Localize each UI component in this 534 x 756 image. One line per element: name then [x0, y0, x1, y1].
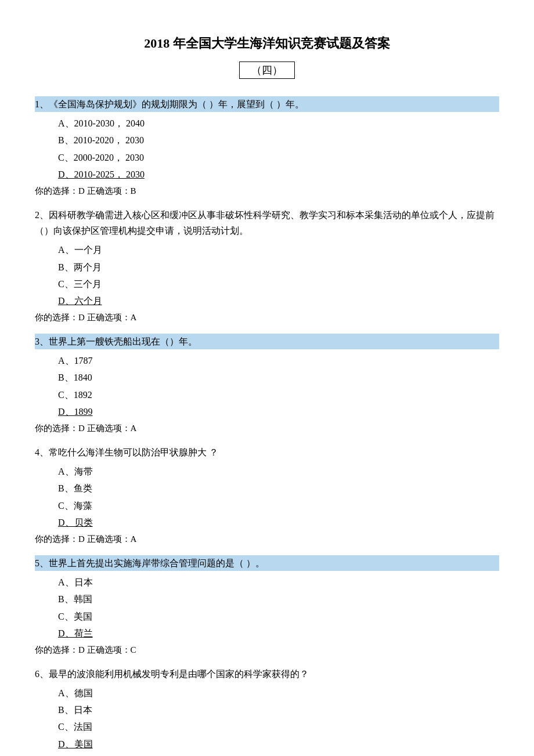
option-4-d[interactable]: D、贝类: [58, 515, 499, 530]
option-5-c[interactable]: C、美国: [58, 609, 499, 624]
option-1-c[interactable]: C、2000-2020， 2030: [58, 150, 499, 165]
option-2-a[interactable]: A、一个月: [58, 242, 499, 258]
page-title: 2018 年全国大学生海洋知识竞赛试题及答案: [35, 35, 499, 52]
option-2-c[interactable]: C、三个月: [58, 276, 499, 292]
answer-line-1: 你的选择：D 正确选项：B: [35, 186, 499, 197]
question-block-2: 2、因科研教学确需进入核心区和缓冲区从事非破坏性科学研究、教学实习和标本采集活动…: [35, 207, 499, 323]
answer-line-4: 你的选择：D 正确选项：A: [35, 534, 499, 545]
question-text-5: 5、世界上首先提出实施海岸带综合管理问题的是（ ）。: [35, 555, 499, 571]
option-6-c[interactable]: C、法国: [58, 719, 499, 735]
option-6-d[interactable]: D、美国: [58, 736, 499, 752]
option-3-c[interactable]: C、1892: [58, 387, 499, 403]
option-3-d[interactable]: D、1899: [58, 404, 499, 419]
answer-line-2: 你的选择：D 正确选项：A: [35, 312, 499, 323]
answer-line-3: 你的选择：D 正确选项：A: [35, 423, 499, 434]
question-block-3: 3、世界上第一艘铁壳船出现在（）年。A、1787B、1840C、1892D、18…: [35, 334, 499, 434]
question-text-4: 4、常吃什么海洋生物可以防治甲状腺肿大 ？: [35, 444, 499, 460]
option-4-a[interactable]: A、海带: [58, 464, 499, 479]
question-block-4: 4、常吃什么海洋生物可以防治甲状腺肿大 ？A、海带B、鱼类C、海藻D、贝类你的选…: [35, 444, 499, 545]
question-text-6: 6、最早的波浪能利用机械发明专利是由哪个国家的科学家获得的？: [35, 666, 499, 682]
question-block-6: 6、最早的波浪能利用机械发明专利是由哪个国家的科学家获得的？A、德国B、日本C、…: [35, 666, 499, 756]
option-1-b[interactable]: B、2010-2020， 2030: [58, 132, 499, 148]
option-6-b[interactable]: B、日本: [58, 702, 499, 718]
option-1-d[interactable]: D、2010-2025， 2030: [58, 167, 499, 182]
option-5-d[interactable]: D、荷兰: [58, 625, 499, 641]
option-6-a[interactable]: A、德国: [58, 685, 499, 701]
option-2-b[interactable]: B、两个月: [58, 259, 499, 275]
option-3-b[interactable]: B、1840: [58, 370, 499, 385]
answer-line-5: 你的选择：D 正确选项：C: [35, 645, 499, 656]
question-text-1: 1、《全国海岛保护规划》的规划期限为（ ）年，展望到（ ）年。: [35, 96, 499, 112]
question-text-2: 2、因科研教学确需进入核心区和缓冲区从事非破坏性科学研究、教学实习和标本采集活动…: [35, 207, 499, 238]
page-subtitle: （四）: [239, 62, 295, 79]
option-5-a[interactable]: A、日本: [58, 574, 499, 590]
option-2-d[interactable]: D、六个月: [58, 293, 499, 309]
option-3-a[interactable]: A、1787: [58, 353, 499, 368]
question-block-1: 1、《全国海岛保护规划》的规划期限为（ ）年，展望到（ ）年。A、2010-20…: [35, 96, 499, 197]
question-block-5: 5、世界上首先提出实施海岸带综合管理问题的是（ ）。A、日本B、韩国C、美国D、…: [35, 555, 499, 656]
option-4-b[interactable]: B、鱼类: [58, 480, 499, 496]
option-5-b[interactable]: B、韩国: [58, 591, 499, 607]
question-text-3: 3、世界上第一艘铁壳船出现在（）年。: [35, 334, 499, 349]
option-1-a[interactable]: A、2010-2030， 2040: [58, 115, 499, 131]
option-4-c[interactable]: C、海藻: [58, 498, 499, 513]
